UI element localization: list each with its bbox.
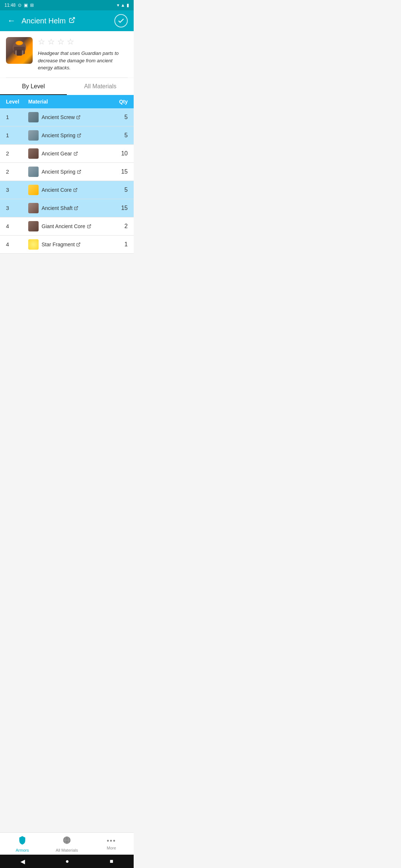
wifi-icon: ▾ [117, 3, 119, 8]
material-external-link-icon[interactable] [77, 170, 81, 174]
star-rating: ☆ ☆ ☆ ☆ [38, 37, 128, 47]
material-external-link-icon[interactable] [74, 151, 78, 156]
material-icon [28, 185, 39, 195]
material-name[interactable]: Ancient Gear [42, 151, 78, 157]
item-header: ☆ ☆ ☆ ☆ Headgear that uses Guardian part… [0, 31, 134, 78]
material-external-link-icon[interactable] [76, 242, 81, 247]
material-name[interactable]: Ancient Shaft [42, 205, 78, 211]
check-button[interactable] [114, 14, 128, 27]
battery-icon: ▮ [127, 3, 129, 8]
material-external-link-icon[interactable] [87, 224, 91, 228]
th-qty: Qty [105, 99, 128, 105]
table-row[interactable]: 1 Ancient Screw 5 [0, 108, 134, 126]
material-icon [28, 221, 39, 231]
tab-all-materials[interactable]: All Materials [67, 78, 134, 95]
material-cell: Ancient Spring [28, 167, 105, 177]
row-level: 4 [6, 241, 28, 247]
status-time-area: 11:48 ⊙ ▣ ⊞ [4, 3, 34, 8]
material-cell: Ancient Screw [28, 112, 105, 122]
row-level: 3 [6, 187, 28, 193]
material-external-link-icon[interactable] [77, 133, 81, 138]
material-external-link-icon[interactable] [73, 188, 78, 192]
star-4: ☆ [67, 37, 74, 47]
material-external-link-icon[interactable] [74, 206, 78, 210]
material-icon [28, 203, 39, 213]
item-image [6, 37, 33, 64]
page-title: Ancient Helm [22, 17, 66, 25]
data-icon: ⊞ [30, 3, 34, 8]
external-link-icon[interactable] [69, 17, 75, 25]
row-qty: 10 [105, 150, 128, 157]
material-cell: Ancient Gear [28, 148, 105, 159]
table-row[interactable]: 3 Ancient Core 5 [0, 181, 134, 199]
material-name[interactable]: Ancient Screw [42, 114, 81, 120]
star-1: ☆ [38, 37, 45, 47]
material-name[interactable]: Giant Ancient Core [42, 223, 91, 229]
tab-by-level-label: By Level [22, 83, 45, 89]
th-material: Material [28, 99, 105, 105]
material-icon [28, 130, 39, 141]
table-row[interactable]: 4 Star Fragment 1 [0, 236, 134, 254]
material-cell: Ancient Core [28, 185, 105, 195]
back-button[interactable]: ← [6, 14, 17, 27]
material-icon [28, 112, 39, 122]
material-cell: Ancient Shaft [28, 203, 105, 213]
item-description: Headgear that uses Guardian parts to dec… [38, 50, 128, 72]
material-icon [28, 239, 39, 250]
svg-point-7 [17, 42, 22, 45]
material-icon [28, 167, 39, 177]
location-icon: ⊙ [18, 3, 22, 8]
svg-line-13 [76, 206, 78, 208]
signal-icon: ▲ [121, 3, 125, 8]
svg-line-15 [78, 243, 80, 245]
status-icons-area: ▾ ▲ ▮ [117, 3, 129, 8]
material-name[interactable]: Ancient Spring [42, 132, 81, 138]
th-level: Level [6, 99, 28, 105]
table-row[interactable]: 3 Ancient Shaft 15 [0, 199, 134, 217]
material-cell: Star Fragment [28, 239, 105, 250]
svg-line-0 [71, 17, 74, 20]
app-bar: ← Ancient Helm [0, 10, 134, 31]
row-qty: 15 [105, 168, 128, 175]
tab-all-materials-label: All Materials [84, 83, 116, 89]
sim-icon: ▣ [24, 3, 28, 8]
row-level: 1 [6, 132, 28, 138]
svg-line-12 [75, 188, 77, 190]
row-level: 3 [6, 205, 28, 211]
svg-rect-5 [17, 50, 22, 56]
table-row[interactable]: 2 Ancient Spring 15 [0, 163, 134, 181]
svg-line-9 [79, 134, 81, 136]
row-level: 4 [6, 223, 28, 229]
row-qty: 1 [105, 241, 128, 248]
row-level: 1 [6, 114, 28, 120]
row-qty: 5 [105, 114, 128, 121]
material-cell: Ancient Spring [28, 130, 105, 141]
svg-line-8 [78, 115, 80, 118]
material-icon [28, 148, 39, 159]
material-external-link-icon[interactable] [76, 115, 81, 119]
material-name[interactable]: Ancient Core [42, 187, 78, 193]
materials-table: Level Material Qty 1 Ancient Screw [0, 95, 134, 254]
item-info: ☆ ☆ ☆ ☆ Headgear that uses Guardian part… [38, 37, 128, 72]
svg-line-11 [79, 170, 81, 172]
row-level: 2 [6, 150, 28, 157]
row-qty: 2 [105, 223, 128, 230]
material-cell: Giant Ancient Core [28, 221, 105, 231]
tab-by-level[interactable]: By Level [0, 78, 67, 95]
material-name[interactable]: Ancient Spring [42, 169, 81, 175]
row-qty: 15 [105, 205, 128, 211]
table-header: Level Material Qty [0, 95, 134, 108]
svg-line-14 [89, 224, 91, 227]
status-bar: 11:48 ⊙ ▣ ⊞ ▾ ▲ ▮ [0, 0, 134, 10]
row-qty: 5 [105, 132, 128, 139]
status-time: 11:48 [4, 3, 16, 8]
table-row[interactable]: 1 Ancient Spring 5 [0, 126, 134, 145]
star-2: ☆ [48, 37, 55, 47]
tabs-container: By Level All Materials [0, 78, 134, 95]
material-name[interactable]: Star Fragment [42, 241, 81, 247]
table-row[interactable]: 4 Giant Ancient Core 2 [0, 217, 134, 236]
row-level: 2 [6, 168, 28, 175]
table-row[interactable]: 2 Ancient Gear 10 [0, 145, 134, 163]
svg-line-10 [75, 152, 78, 154]
page-title-area: Ancient Helm [22, 17, 110, 25]
